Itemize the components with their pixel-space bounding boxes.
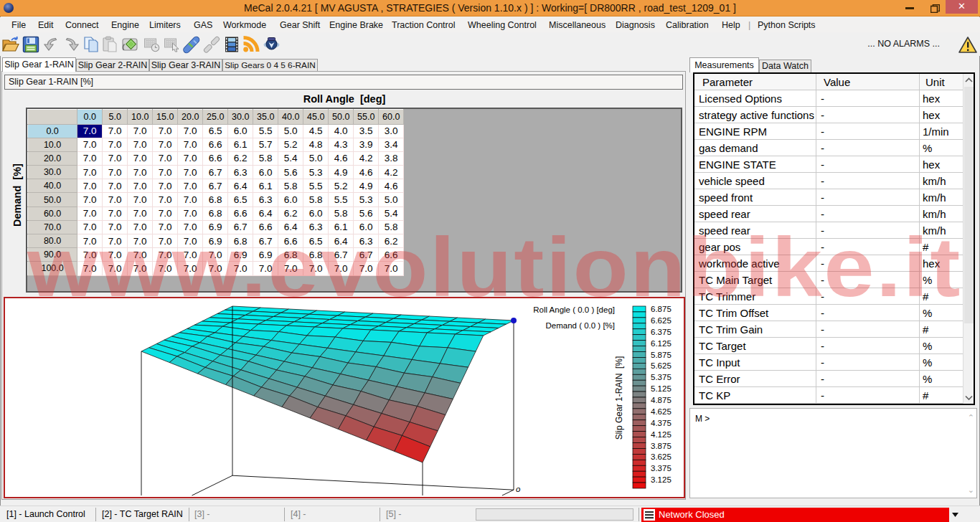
svg-text:5.625: 5.625 <box>651 361 672 370</box>
svg-text:3.375: 3.375 <box>651 464 672 473</box>
svg-text:4.375: 4.375 <box>651 419 672 427</box>
svg-text:6.125: 6.125 <box>651 339 672 348</box>
svg-text:5.375: 5.375 <box>651 373 672 381</box>
svg-text:3.875: 3.875 <box>651 442 672 450</box>
svg-text:6.625: 6.625 <box>651 316 672 325</box>
svg-text:3.125: 3.125 <box>651 475 672 484</box>
svg-text:4.625: 4.625 <box>651 407 672 416</box>
svg-text:3.625: 3.625 <box>651 452 672 461</box>
svg-text:6.375: 6.375 <box>651 328 672 336</box>
svg-text:4.125: 4.125 <box>651 430 672 439</box>
svg-text:4.875: 4.875 <box>651 396 672 404</box>
svg-text:5.875: 5.875 <box>651 351 672 359</box>
svg-text:5.125: 5.125 <box>651 384 672 393</box>
